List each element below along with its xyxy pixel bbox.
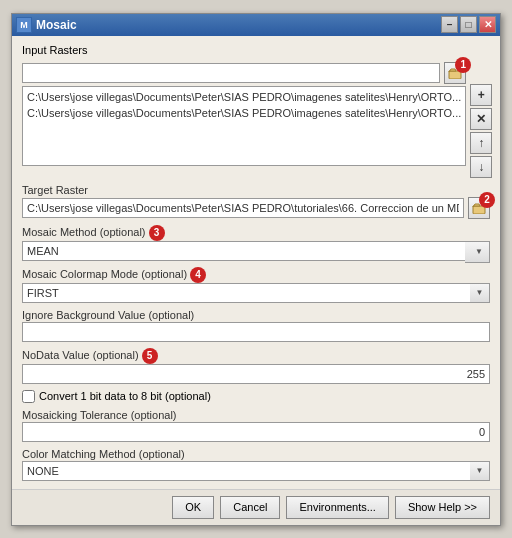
window-icon: M <box>16 17 32 33</box>
mosaic-method-dropdown-container: MEAN FIRST LAST MIN MAX ▼ <box>22 241 490 261</box>
input-raster-text-field[interactable] <box>22 63 440 83</box>
color-matching-select[interactable]: NONE STATISTIC_MATCHING HISTOGRAM_MATCHI… <box>22 461 490 481</box>
move-up-button[interactable]: ↑ <box>470 132 492 154</box>
ignore-background-section: Ignore Background Value (optional) <box>22 309 490 342</box>
window-title: Mosaic <box>36 18 77 32</box>
side-buttons: + ✕ ↑ ↓ <box>470 84 492 178</box>
convert-label: Convert 1 bit data to 8 bit (optional) <box>39 390 211 402</box>
convert-checkbox[interactable] <box>22 390 35 403</box>
input-rasters-section: 1 C:\Users\jose villegas\Documents\Peter… <box>22 62 490 178</box>
title-bar-controls: – □ ✕ <box>441 16 496 33</box>
colormap-mode-badge: 4 <box>190 267 206 283</box>
dialog-footer: OK Cancel Environments... Show Help >> <box>12 489 500 525</box>
target-browse-badge: 2 <box>479 192 495 208</box>
color-matching-dropdown-container: NONE STATISTIC_MATCHING HISTOGRAM_MATCHI… <box>22 461 490 481</box>
mosaic-method-label: Mosaic Method (optional) <box>22 226 146 238</box>
colormap-mode-section: Mosaic Colormap Mode (optional) 4 FIRST … <box>22 267 490 303</box>
mosaic-method-label-row: Mosaic Method (optional) 3 <box>22 225 490 241</box>
mosaic-method-badge: 3 <box>149 225 165 241</box>
mosaic-method-section: Mosaic Method (optional) 3 MEAN FIRST LA… <box>22 225 490 261</box>
tolerance-input[interactable] <box>22 422 490 442</box>
target-raster-browse-button[interactable]: 2 <box>468 197 490 219</box>
target-raster-row: 2 <box>22 197 490 219</box>
mosaic-window: M Mosaic – □ ✕ Input Rasters 1 <box>11 13 501 526</box>
close-button[interactable]: ✕ <box>479 16 496 33</box>
add-item-button[interactable]: + <box>470 84 492 106</box>
nodata-input[interactable] <box>22 364 490 384</box>
nodata-label: NoData Value (optional) <box>22 349 139 361</box>
input-browse-badge: 1 <box>455 57 471 73</box>
ignore-background-label: Ignore Background Value (optional) <box>22 309 490 321</box>
cancel-button[interactable]: Cancel <box>220 496 280 519</box>
target-raster-label: Target Raster <box>22 184 490 196</box>
mosaic-method-select[interactable]: MEAN FIRST LAST MIN MAX <box>22 241 490 261</box>
color-matching-section: Color Matching Method (optional) NONE ST… <box>22 448 490 481</box>
title-bar: M Mosaic – □ ✕ <box>12 14 500 36</box>
colormap-mode-select[interactable]: FIRST LAST MATCH REJECT <box>22 283 490 303</box>
minimize-button[interactable]: – <box>441 16 458 33</box>
colormap-label-row: Mosaic Colormap Mode (optional) 4 <box>22 267 490 283</box>
colormap-mode-dropdown-container: FIRST LAST MATCH REJECT ▼ <box>22 283 490 303</box>
input-rasters-label: Input Rasters <box>22 44 490 56</box>
nodata-label-row: NoData Value (optional) 5 <box>22 348 490 364</box>
list-item: C:\Users\jose villegas\Documents\Peter\S… <box>27 89 461 105</box>
list-item: C:\Users\jose villegas\Documents\Peter\S… <box>27 105 461 121</box>
convert-checkbox-row: Convert 1 bit data to 8 bit (optional) <box>22 390 490 403</box>
move-down-button[interactable]: ↓ <box>470 156 492 178</box>
remove-item-button[interactable]: ✕ <box>470 108 492 130</box>
tolerance-section: Mosaicking Tolerance (optional) <box>22 409 490 442</box>
target-raster-section: Target Raster 2 <box>22 184 490 219</box>
ignore-background-input[interactable] <box>22 322 490 342</box>
environments-button[interactable]: Environments... <box>286 496 388 519</box>
input-rasters-left: 1 C:\Users\jose villegas\Documents\Peter… <box>22 62 466 166</box>
maximize-button[interactable]: □ <box>460 16 477 33</box>
target-raster-input[interactable] <box>22 198 464 218</box>
tolerance-label: Mosaicking Tolerance (optional) <box>22 409 490 421</box>
show-help-button[interactable]: Show Help >> <box>395 496 490 519</box>
nodata-badge: 5 <box>142 348 158 364</box>
colormap-mode-label: Mosaic Colormap Mode (optional) <box>22 268 187 280</box>
nodata-section: NoData Value (optional) 5 <box>22 348 490 384</box>
ok-button[interactable]: OK <box>172 496 214 519</box>
dialog-content: Input Rasters 1 C:\Users\jose villegas\D… <box>12 36 500 489</box>
input-rasters-list[interactable]: C:\Users\jose villegas\Documents\Peter\S… <box>22 86 466 166</box>
input-rasters-browse-button[interactable]: 1 <box>444 62 466 84</box>
color-matching-label: Color Matching Method (optional) <box>22 448 490 460</box>
